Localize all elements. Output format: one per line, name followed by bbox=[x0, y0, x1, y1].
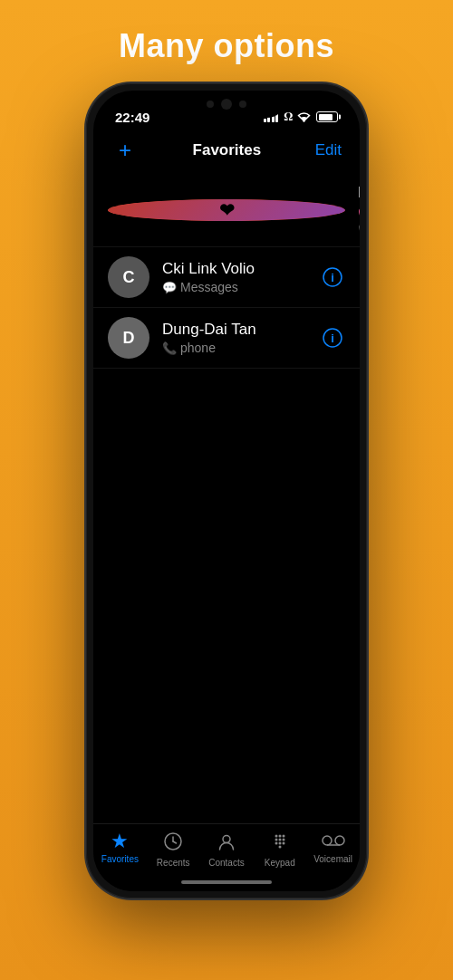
notch-dot-right bbox=[239, 101, 246, 108]
message-icon-cki: 💬 bbox=[162, 281, 177, 294]
signal-bar-1 bbox=[264, 119, 266, 122]
svg-point-22 bbox=[335, 836, 344, 845]
contact-sub-dung: 📞 phone bbox=[162, 341, 320, 355]
contact-name-em: Em 💕💕💕 bbox=[358, 183, 360, 221]
tab-label-favorites: Favorites bbox=[101, 854, 139, 864]
svg-point-11 bbox=[275, 835, 277, 838]
svg-text:i: i bbox=[331, 271, 334, 284]
svg-point-14 bbox=[275, 839, 277, 841]
nav-bar: + Favorites Edit bbox=[93, 130, 360, 174]
tab-contacts[interactable]: Contacts bbox=[204, 831, 249, 868]
svg-point-16 bbox=[282, 839, 284, 841]
contact-info-cki: Cki Link Volio 💬 Messages bbox=[162, 260, 320, 294]
tab-label-voicemail: Voicemail bbox=[313, 854, 352, 864]
nav-title: Favorites bbox=[193, 141, 262, 159]
wifi-icon: 𝛀 bbox=[284, 110, 311, 124]
svg-text:i: i bbox=[331, 331, 334, 345]
svg-point-19 bbox=[282, 842, 284, 845]
svg-point-0 bbox=[303, 120, 304, 121]
info-button-cki[interactable]: i bbox=[320, 264, 345, 290]
svg-point-17 bbox=[275, 842, 277, 845]
notch-camera bbox=[221, 99, 232, 110]
contact-item-em[interactable]: ❤ Em 💕💕💕 📞 other i bbox=[93, 174, 360, 247]
contact-sub-label-cki: Messages bbox=[180, 280, 238, 294]
contact-name-cki: Cki Link Volio bbox=[162, 260, 320, 278]
svg-point-12 bbox=[278, 835, 281, 838]
contact-name-dung: Dung-Dai Tan bbox=[162, 321, 320, 339]
phone-icon-em: 📞 bbox=[358, 224, 360, 237]
contact-list: ❤ Em 💕💕💕 📞 other i bbox=[93, 174, 360, 823]
info-button-dung[interactable]: i bbox=[320, 325, 345, 351]
contacts-icon bbox=[217, 831, 236, 855]
phone-frame: 22:49 𝛀 bbox=[86, 83, 367, 898]
tab-keypad[interactable]: Keypad bbox=[257, 831, 303, 868]
page-title: Many options bbox=[119, 27, 334, 65]
recents-icon bbox=[163, 831, 183, 855]
svg-point-21 bbox=[323, 836, 332, 845]
contact-item-cki[interactable]: C Cki Link Volio 💬 Messages i bbox=[93, 247, 360, 308]
svg-point-15 bbox=[278, 839, 281, 841]
tab-favorites[interactable]: ★ Favorites bbox=[97, 831, 142, 864]
tab-voicemail[interactable]: Voicemail bbox=[311, 831, 356, 864]
tab-bar: ★ Favorites Recents bbox=[93, 823, 360, 873]
home-indicator bbox=[93, 873, 360, 891]
phone-icon-dung: 📞 bbox=[162, 341, 177, 355]
status-bar: 22:49 𝛀 bbox=[93, 91, 360, 130]
svg-line-9 bbox=[173, 841, 177, 843]
notch-dot-left bbox=[207, 101, 214, 108]
status-time: 22:49 bbox=[115, 110, 149, 125]
avatar-cki: C bbox=[108, 256, 149, 298]
svg-point-18 bbox=[278, 842, 281, 845]
battery-fill bbox=[319, 114, 333, 120]
contact-sub-label-dung: phone bbox=[180, 341, 216, 355]
tab-label-recents: Recents bbox=[157, 858, 190, 868]
notch bbox=[168, 91, 285, 118]
favorites-icon: ★ bbox=[111, 831, 129, 851]
contact-sub-em: 📞 other bbox=[358, 223, 360, 237]
svg-point-10 bbox=[223, 836, 230, 843]
home-bar bbox=[181, 880, 272, 884]
tab-recents[interactable]: Recents bbox=[150, 831, 196, 868]
svg-point-20 bbox=[278, 846, 281, 849]
battery-icon bbox=[316, 111, 338, 122]
keypad-icon bbox=[270, 831, 290, 855]
svg-point-13 bbox=[282, 835, 284, 838]
contact-info-dung: Dung-Dai Tan 📞 phone bbox=[162, 321, 320, 355]
avatar-dung: D bbox=[108, 317, 149, 359]
contact-info-em: Em 💕💕💕 📞 other bbox=[358, 183, 360, 237]
screen: 22:49 𝛀 bbox=[93, 91, 360, 891]
voicemail-icon bbox=[322, 831, 345, 851]
tab-label-keypad: Keypad bbox=[265, 858, 295, 868]
tab-label-contacts: Contacts bbox=[208, 858, 244, 868]
edit-button[interactable]: Edit bbox=[315, 141, 342, 159]
contact-sub-cki: 💬 Messages bbox=[162, 280, 320, 294]
add-favorite-button[interactable]: + bbox=[111, 138, 139, 163]
avatar-em: ❤ bbox=[108, 199, 345, 221]
contact-item-dung[interactable]: D Dung-Dai Tan 📞 phone i bbox=[93, 308, 360, 369]
